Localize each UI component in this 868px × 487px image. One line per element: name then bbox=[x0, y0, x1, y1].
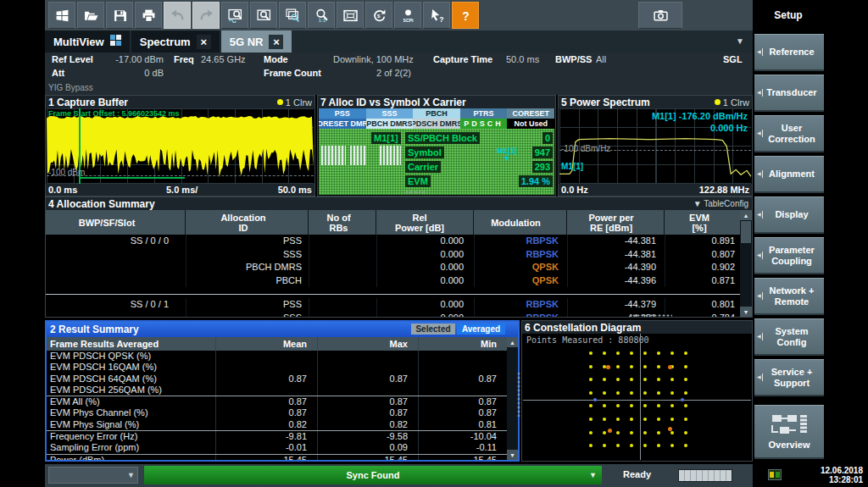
marker-m1-tag[interactable]: M1[1] bbox=[561, 162, 583, 171]
frame-count-value[interactable]: 2 of 2(2) bbox=[350, 68, 411, 78]
constellation-point bbox=[603, 351, 606, 355]
sync-status-bar[interactable]: Sync Found ▼ bbox=[144, 466, 602, 484]
power-spectrum-plot[interactable]: M1[1] -176.20 dBm/Hz 0.000 Hz -100 dBm/H… bbox=[559, 108, 751, 184]
alloc-id-panel[interactable]: 7 Alloc ID vs Symbol X Carrier PSSSSSPBC… bbox=[317, 95, 556, 196]
open-button[interactable] bbox=[77, 2, 104, 29]
tab-spectrum[interactable]: Spectrum× bbox=[131, 30, 221, 53]
result-row[interactable]: EVM PDSCH 256QAM (%) bbox=[47, 385, 507, 396]
result-row[interactable]: EVM Phys Channel (%)0.870.870.87 bbox=[47, 407, 507, 418]
table-row[interactable]: PBCH DMRS0.000QPSK-44.3900.902 bbox=[46, 261, 742, 274]
overview-button[interactable]: Overview bbox=[754, 405, 824, 459]
power-spectrum-panel[interactable]: 5 Power Spectrum 1 Clrw M1[1] -176.20 dB… bbox=[558, 95, 753, 196]
scroll-down-icon[interactable]: ▼ bbox=[507, 450, 518, 460]
result-value: 0.87 bbox=[418, 407, 507, 418]
constellation-point bbox=[657, 365, 660, 368]
cell-rel-power: 0.000 bbox=[376, 274, 474, 288]
mode-value[interactable]: Downlink, 100 MHz bbox=[333, 54, 414, 64]
scroll-up-icon[interactable]: ▲ bbox=[740, 210, 752, 220]
result-label: EVM Phys Signal (%) bbox=[47, 419, 215, 430]
allocation-summary-panel[interactable]: 4 Allocation Summary ▼ TableConfig BWP/S… bbox=[45, 196, 753, 318]
ref-level-label: -100 dBm/Hz bbox=[561, 144, 610, 153]
tab-5g-nr[interactable]: 5G NR× bbox=[221, 30, 294, 53]
print-button[interactable] bbox=[135, 2, 162, 29]
freq-value[interactable]: 24.65 GHz bbox=[201, 54, 246, 64]
softkey-user-correction[interactable]: ◀UserCorrection bbox=[754, 115, 824, 152]
constellation-point bbox=[657, 378, 660, 381]
tableconfig-button[interactable]: ▼ TableConfig bbox=[693, 199, 748, 208]
result-row[interactable]: EVM All (%)0.870.870.87 bbox=[47, 396, 507, 407]
softkey-display[interactable]: ◀Display bbox=[754, 196, 824, 234]
result-row[interactable]: EVM PDSCH 64QAM (%)0.870.870.87 bbox=[47, 374, 507, 385]
alloc-map-plot[interactable]: M1[1]SS/PBCH Block0Symbol947Carrier293EV… bbox=[319, 129, 554, 195]
att-value[interactable]: 0 dB bbox=[97, 68, 164, 78]
scroll-up-icon[interactable]: ▲ bbox=[507, 337, 518, 347]
selected-toggle[interactable]: Selected bbox=[411, 324, 455, 335]
table-row[interactable]: SS / 0 / 1PSS0.000RBPSK-44.3790.801 bbox=[46, 298, 742, 312]
level-axis-label: -100 dBm bbox=[48, 168, 85, 177]
screenshot-button[interactable] bbox=[638, 2, 682, 29]
constellation-point bbox=[630, 404, 633, 407]
result-row[interactable]: EVM Phys Signal (%)0.820.820.81 bbox=[47, 419, 507, 430]
refresh-sequence-button[interactable]: s bbox=[365, 2, 392, 29]
softkey-service-support[interactable]: ◀Service +Support bbox=[754, 359, 824, 396]
save-button[interactable] bbox=[106, 2, 133, 29]
tab-close-icon[interactable]: × bbox=[197, 35, 211, 49]
softkey-parameter-coupling[interactable]: ◀ParameterCoupling bbox=[754, 237, 824, 274]
table-row[interactable]: SSS0.000RBPSK-44.3810.807 bbox=[46, 248, 742, 262]
result-row[interactable]: EVM PDSCH 16QAM (%) bbox=[47, 362, 507, 373]
att-label: Att bbox=[52, 68, 64, 78]
cell-modulation: QPSK bbox=[474, 274, 567, 288]
table-row[interactable]: PBCH0.000QPSK-44.3960.871 bbox=[46, 274, 742, 288]
softkey-transducer[interactable]: ◀Transducer bbox=[754, 75, 824, 112]
scroll-down-icon[interactable]: ▼ bbox=[740, 307, 752, 317]
result-value bbox=[418, 362, 507, 373]
averaged-toggle[interactable]: Averaged bbox=[457, 324, 505, 335]
constellation-point bbox=[630, 431, 633, 434]
capture-buffer-plot[interactable]: Frame Start Offset : 5.966023542 ms -100… bbox=[47, 108, 314, 184]
tab-close-icon[interactable]: × bbox=[269, 35, 283, 49]
zoom-selection-button[interactable] bbox=[250, 2, 277, 29]
marker-m1-tag[interactable]: M1[1]▼ bbox=[497, 147, 517, 163]
constellation-plot[interactable]: Points Measured : 880800 bbox=[523, 334, 751, 460]
softkey-label: UserCorrection bbox=[754, 123, 824, 145]
scroll-thumb[interactable] bbox=[741, 221, 751, 243]
panel-title: 7 Alloc ID vs Symbol X Carrier bbox=[320, 97, 466, 108]
splitter-handle[interactable] bbox=[630, 313, 672, 318]
capture-buffer-panel[interactable]: 1 Capture Buffer 1 Clrw Frame Start Offs… bbox=[45, 95, 315, 196]
result-row[interactable]: Power (dBm)-15.45-15.45-15.45 bbox=[47, 454, 507, 460]
constellation-point-highlight bbox=[608, 429, 612, 433]
result-summary-panel[interactable]: 2 Result Summary Selected Averaged Frame… bbox=[45, 320, 520, 462]
result-row[interactable]: Frequency Error (Hz)-9.81-9.58-10.04 bbox=[47, 430, 507, 442]
display-button[interactable] bbox=[337, 2, 364, 29]
softkey-reference[interactable]: ◀Reference bbox=[754, 34, 824, 71]
capture-time-value[interactable]: 50.0 ms bbox=[506, 54, 539, 64]
axis-end: 50.0 ms bbox=[278, 185, 312, 195]
softkey-alignment[interactable]: ◀Alignment bbox=[754, 156, 824, 193]
result-row[interactable]: EVM PDSCH QPSK (%) bbox=[47, 351, 507, 362]
main-area: 1:1sSCPI?? MultiViewSpectrum×5G NR× ▼ Re… bbox=[45, 0, 753, 487]
constellation-panel[interactable]: 6 Constellation Diagram Points Measured … bbox=[521, 320, 753, 462]
bwp-ss-value[interactable]: All bbox=[596, 54, 606, 64]
allocation-scrollbar[interactable]: ▲ ▼ bbox=[740, 210, 752, 317]
tab-overflow-dropdown-icon[interactable]: ▼ bbox=[736, 36, 743, 46]
help-button[interactable]: ? bbox=[452, 2, 479, 29]
ref-level-value[interactable]: -17.00 dBm bbox=[97, 54, 164, 64]
splitter-handle[interactable] bbox=[403, 190, 427, 195]
windows-button[interactable] bbox=[48, 2, 75, 29]
zoom-multiple-button[interactable] bbox=[279, 2, 306, 29]
splitter-handle[interactable] bbox=[516, 373, 521, 417]
context-help-button[interactable]: ? bbox=[423, 2, 450, 29]
softkey-system-config[interactable]: ◀SystemConfig bbox=[754, 318, 824, 356]
result-row[interactable]: Sampling Error (ppm)-0.010.09-0.11 bbox=[47, 442, 507, 453]
table-row[interactable]: SS / 0 / 0PSS0.000RBPSK-44.3810.891 bbox=[46, 235, 742, 248]
zoom-signal-button[interactable] bbox=[221, 2, 248, 29]
capture-x-axis: 0.0 ms 5.0 ms/ 50.0 ms bbox=[46, 184, 314, 196]
zoom-1to1-button[interactable]: 1:1 bbox=[308, 2, 335, 29]
status-dropdown[interactable]: ▼ bbox=[48, 467, 138, 484]
tab-multiview[interactable]: MultiView bbox=[45, 30, 131, 53]
scpi-recorder-button[interactable]: SCPI bbox=[394, 2, 421, 29]
softkey-network-remote[interactable]: ◀Network +Remote bbox=[754, 278, 824, 315]
softkey-label: SystemConfig bbox=[754, 326, 824, 348]
constellation-point bbox=[589, 418, 593, 421]
chevron-down-icon[interactable]: ▼ bbox=[589, 471, 597, 479]
